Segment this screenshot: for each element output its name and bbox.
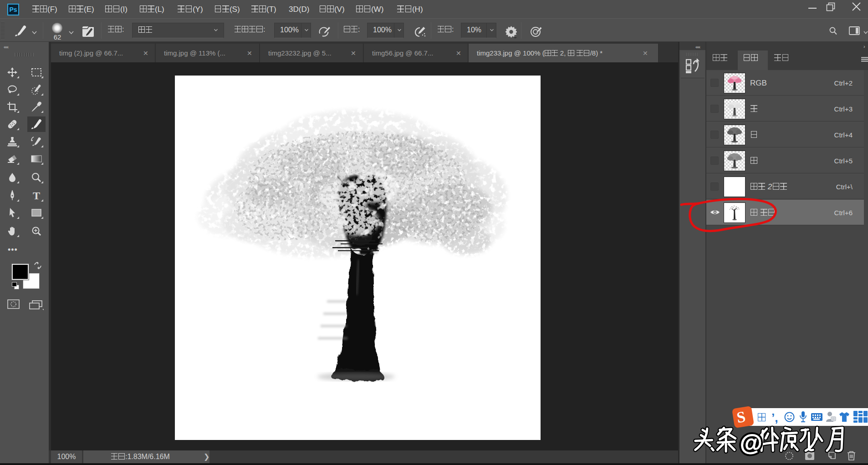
svg-text:@: @ [740,430,762,456]
